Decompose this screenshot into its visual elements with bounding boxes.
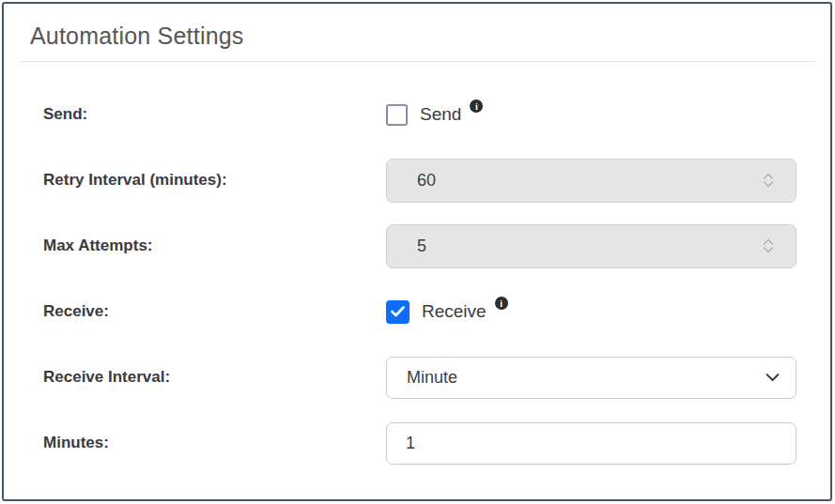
receive-interval-row: Receive Interval: Minute — [43, 344, 796, 410]
receive-control: Receive i — [386, 300, 796, 324]
receive-label: Receive: — [43, 302, 386, 321]
max-attempts-control — [386, 224, 796, 268]
max-attempts-input — [386, 224, 796, 268]
receive-row: Receive: Receive i — [43, 279, 796, 344]
retry-interval-label: Retry Interval (minutes): — [43, 171, 386, 190]
max-attempts-label: Max Attempts: — [43, 237, 386, 255]
number-spinner-icon — [763, 173, 774, 189]
send-checkbox-label[interactable]: Send — [420, 104, 461, 125]
panel-header: Automation Settings — [4, 4, 830, 50]
send-row: Send: Send i — [43, 82, 796, 147]
minutes-label: Minutes: — [43, 434, 386, 452]
retry-interval-control — [386, 159, 796, 203]
receive-interval-select[interactable]: Minute — [386, 357, 796, 399]
send-label: Send: — [43, 105, 386, 124]
receive-checkbox[interactable] — [386, 300, 410, 324]
minutes-input[interactable] — [386, 422, 796, 465]
send-control: Send i — [386, 104, 796, 126]
retry-interval-input — [386, 159, 796, 203]
checkmark-icon — [391, 306, 405, 317]
automation-settings-panel: Automation Settings Send: Send i Retry I… — [2, 2, 832, 501]
send-checkbox[interactable] — [386, 104, 408, 126]
minutes-control — [386, 422, 796, 465]
number-spinner-icon — [763, 238, 774, 254]
info-icon[interactable]: i — [495, 297, 508, 310]
info-icon[interactable]: i — [470, 99, 483, 113]
receive-checkbox-label[interactable]: Receive — [422, 301, 487, 322]
receive-interval-control: Minute — [386, 357, 796, 399]
minutes-row: Minutes: — [43, 410, 796, 476]
receive-interval-label: Receive Interval: — [43, 368, 386, 387]
page-title: Automation Settings — [30, 23, 815, 50]
max-attempts-row: Max Attempts: — [43, 213, 796, 279]
settings-form: Send: Send i Retry Interval (minutes): M… — [4, 62, 830, 476]
retry-interval-row: Retry Interval (minutes): — [43, 147, 796, 213]
